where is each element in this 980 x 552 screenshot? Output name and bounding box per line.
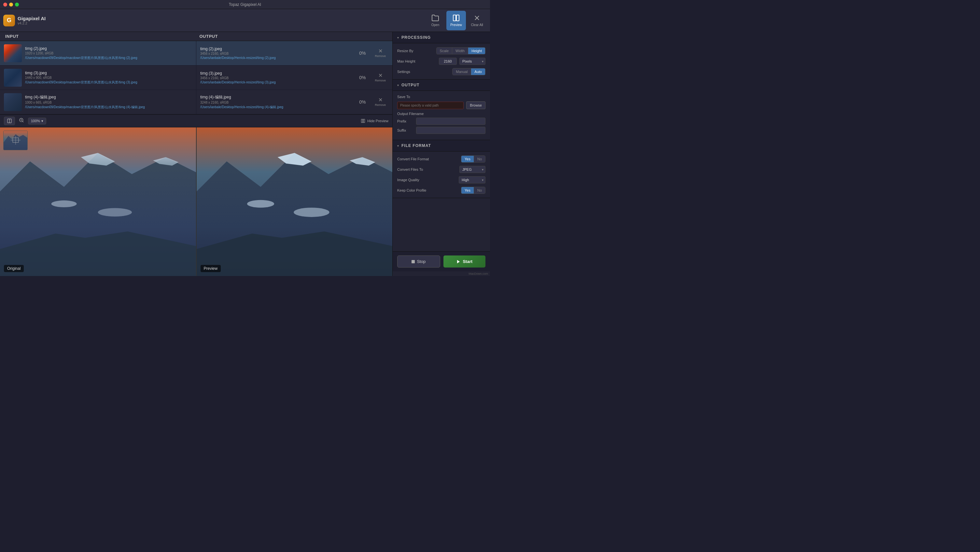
convert-to-select[interactable]: JPEG PNG TIFF [460,166,485,173]
save-to-row: Save To [397,95,485,99]
app-icon: G [3,15,15,26]
keep-color-yes-button[interactable]: Yes [461,187,474,193]
convert-files-to-label: Convert Files To [397,168,426,171]
file-output-info: timg (3).jpeg 3456 x 2160, sRGB /Users/i… [200,71,351,84]
output-filename-label: Output Filename [397,112,426,116]
remove-label: Remove [375,79,386,82]
minimize-button[interactable] [9,3,13,6]
preview-toggle-button[interactable] [4,116,15,125]
thumbnail-overlay[interactable] [3,131,28,150]
file-remove-button-1[interactable]: ✕ Remove [372,47,388,59]
settings-manual-button[interactable]: Manual [453,69,471,75]
keep-color-no-button[interactable]: No [474,187,485,193]
jpeg-select-wrapper: JPEG PNG TIFF [460,166,485,173]
image-quality-select[interactable]: High Medium Low Maximum [459,176,485,183]
convert-file-format-label: Convert File Format [397,157,429,161]
svg-rect-10 [361,119,363,123]
keep-color-profile-row: Keep Color Profile Yes No [397,187,485,194]
file-format-section-header[interactable]: ▾ FILE FORMAT [393,140,490,152]
close-button[interactable] [3,3,7,6]
convert-file-format-group: Yes No [461,155,485,163]
file-format-section-title: FILE FORMAT [401,144,431,148]
file-dims: 1000 x 665, sRGB [25,101,192,104]
left-panel: INPUT OUTPUT timg (2).jpeg 1920 x 1200, … [0,32,392,276]
processing-section-header[interactable]: ▾ PROCESSING [393,32,490,43]
processing-section-content: Resize By Scale Width Height Max Height … [393,43,490,80]
start-button[interactable]: Start [444,255,486,268]
svg-point-29 [294,207,329,217]
main-layout: INPUT OUTPUT timg (2).jpeg 1920 x 1200, … [0,32,490,276]
convert-yes-button[interactable]: Yes [461,156,474,162]
preview-original-panel: Original [0,128,197,276]
zoom-value: 100% [31,119,40,123]
convert-file-format-row: Convert File Format Yes No [397,155,485,163]
pixels-select[interactable]: Pixels [460,58,485,65]
file-path: /Users/macdown09/Desktop/macdown背景图片/风景图… [25,80,192,85]
prefix-input[interactable] [416,118,485,125]
input-header: INPUT [5,34,193,39]
preview-label: Preview [200,265,221,272]
file-output-side: timg (2).jpeg 3456 x 2160, sRGB /Users/i… [196,41,392,65]
file-list-area: INPUT OUTPUT timg (2).jpeg 1920 x 1200, … [0,32,392,115]
resize-height-button[interactable]: Height [468,48,485,54]
output-file-dims: 3456 x 2160, sRGB [200,52,351,56]
traffic-lights [3,3,19,6]
stop-button[interactable]: Stop [397,255,440,268]
file-format-section-content: Convert File Format Yes No Convert Files… [393,152,490,198]
file-remove-button-3[interactable]: ✕ Remove [372,96,388,108]
processing-chevron-icon: ▾ [397,36,399,40]
resize-by-label: Resize By [397,49,426,53]
suffix-input[interactable] [416,127,485,134]
file-path: /Users/macdown09/Desktop/macdown背景图片/风景图… [25,56,192,60]
pixels-select-wrapper: Pixels [460,58,485,65]
remove-x-icon: ✕ [378,97,383,103]
prefix-label: Prefix [397,119,414,123]
clear-all-button-label: Clear All [471,23,483,27]
file-thumbnail [4,44,22,62]
output-file-path: /Users/ianbale/Desktop/Herrick-resized/t… [200,80,351,84]
save-to-path-input[interactable] [397,102,464,109]
file-info: timg (2).jpeg 1920 x 1200, sRGB /Users/m… [25,46,192,60]
convert-no-button[interactable]: No [474,156,485,162]
resize-width-button[interactable]: Width [452,48,468,54]
output-file-path: /Users/ianbale/Desktop/Herrick-resized/t… [200,105,351,110]
hide-preview-button[interactable]: Hide Preview [361,119,388,123]
file-remove-button-2[interactable]: ✕ Remove [372,72,388,83]
file-format-chevron-icon: ▾ [397,144,399,148]
file-name: timg (3).jpeg [25,71,192,75]
resize-scale-button[interactable]: Scale [437,48,453,54]
suffix-label: Suffix [397,128,414,132]
svg-point-28 [247,200,274,207]
file-input-side: timg (3).jpeg 1440 x 900, sRGB /Users/ma… [0,65,196,89]
open-button-label: Open [431,23,439,27]
output-chevron-icon: ▾ [397,83,399,87]
settings-group: Manual Auto [452,68,485,75]
zoom-display[interactable]: 100% ▾ [28,118,46,124]
output-file-name: timg (3).jpeg [200,71,351,76]
output-filename-row: Output Filename [397,112,485,116]
file-thumbnail [4,93,22,111]
zoom-in-button[interactable] [18,117,25,125]
file-input-side: timg (4)-编辑.jpeg 1000 x 665, sRGB /Users… [0,90,196,114]
file-row[interactable]: timg (3).jpeg 1440 x 900, sRGB /Users/ma… [0,65,392,90]
app-version: v4.2.2 [18,21,46,25]
file-input-side: timg (2).jpeg 1920 x 1200, sRGB /Users/m… [0,41,196,65]
file-list-header: INPUT OUTPUT [0,32,392,41]
prefix-row: Prefix [397,118,485,125]
file-row[interactable]: timg (4)-编辑.jpeg 1000 x 665, sRGB /Users… [0,90,392,114]
zoom-chevron-icon: ▾ [41,119,43,123]
file-name: timg (4)-编辑.jpeg [25,94,192,100]
output-file-name: timg (4)-编辑.jpeg [200,94,351,100]
open-button[interactable]: Open [426,11,445,30]
output-section-header[interactable]: ▾ OUTPUT [393,80,490,91]
settings-auto-button[interactable]: Auto [471,69,485,75]
browse-button[interactable]: Browse [466,101,485,109]
output-header: OUTPUT [193,34,387,39]
max-height-input[interactable] [439,58,457,65]
file-row[interactable]: timg (2).jpeg 1920 x 1200, sRGB /Users/m… [0,41,392,65]
svg-marker-31 [457,260,460,263]
clear-all-button[interactable]: Clear All [467,11,487,30]
app-name-group: Gigapixel AI v4.2.2 [18,16,46,25]
preview-button[interactable]: Preview [446,11,466,30]
maximize-button[interactable] [15,3,19,6]
